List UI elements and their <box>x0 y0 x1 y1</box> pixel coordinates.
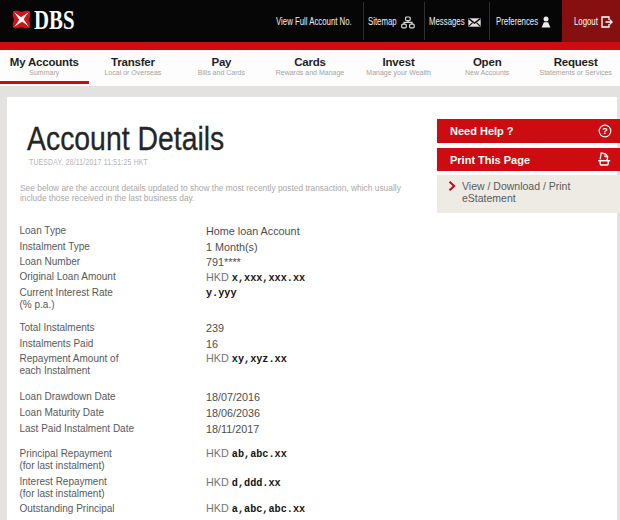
svg-text:?: ? <box>602 126 608 136</box>
